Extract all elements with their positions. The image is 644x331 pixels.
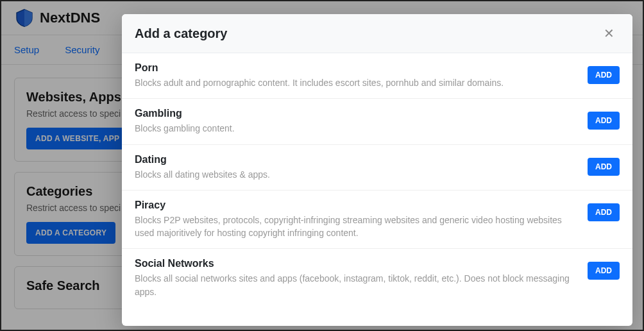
- category-item: Social NetworksBlocks all social network…: [122, 249, 632, 307]
- close-button[interactable]: ✕: [598, 24, 620, 42]
- category-item: DatingBlocks all dating websites & apps.…: [122, 145, 632, 191]
- close-icon: ✕: [604, 26, 614, 40]
- category-item: PiracyBlocks P2P websites, protocols, co…: [122, 191, 632, 250]
- category-name: Piracy: [135, 199, 577, 211]
- add-button[interactable]: ADD: [588, 262, 620, 280]
- category-text: DatingBlocks all dating websites & apps.: [135, 154, 588, 181]
- category-name: Gambling: [135, 108, 577, 119]
- modal-title: Add a category: [135, 26, 227, 41]
- category-name: Dating: [135, 154, 577, 166]
- category-text: GamblingBlocks gambling content.: [135, 108, 588, 135]
- category-text: PiracyBlocks P2P websites, protocols, co…: [135, 199, 588, 240]
- category-desc: Blocks all dating websites & apps.: [135, 168, 577, 181]
- modal-body: PornBlocks adult and pornographic conten…: [122, 53, 632, 326]
- modal-add-category: Add a category ✕ PornBlocks adult and po…: [122, 14, 632, 326]
- modal-header: Add a category ✕: [122, 14, 632, 53]
- category-desc: Blocks P2P websites, protocols, copyrigh…: [135, 214, 577, 240]
- category-item: GamblingBlocks gambling content.ADD: [122, 99, 632, 144]
- add-button[interactable]: ADD: [588, 66, 620, 84]
- category-name: Social Networks: [135, 258, 577, 269]
- add-button[interactable]: ADD: [588, 158, 620, 176]
- category-desc: Blocks gambling content.: [135, 122, 577, 135]
- add-button[interactable]: ADD: [588, 203, 620, 221]
- category-desc: Blocks all social networks sites and app…: [135, 272, 577, 298]
- category-text: PornBlocks adult and pornographic conten…: [135, 62, 588, 89]
- category-name: Porn: [135, 62, 577, 74]
- category-item: PornBlocks adult and pornographic conten…: [122, 53, 632, 99]
- category-desc: Blocks adult and pornographic content. I…: [135, 76, 577, 89]
- category-text: Social NetworksBlocks all social network…: [135, 258, 588, 298]
- add-button[interactable]: ADD: [588, 112, 620, 130]
